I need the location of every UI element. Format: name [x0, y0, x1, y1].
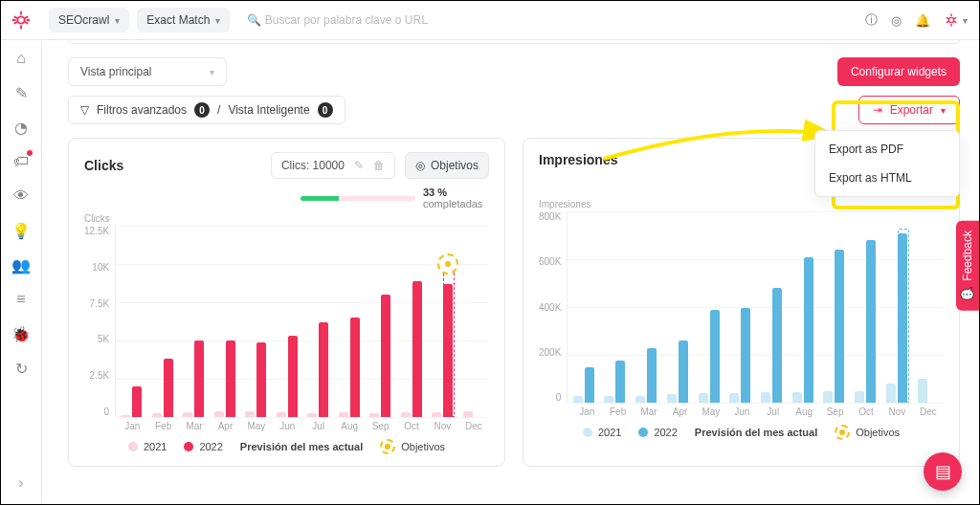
legend: 2021 2022 Previsión del mes actual Objet…	[539, 425, 944, 440]
main-content: Vista principal ▾ Configurar widgets ▽ F…	[41, 39, 979, 504]
chat-icon: 💬	[961, 287, 974, 301]
app-logo	[1, 10, 41, 31]
edit-icon[interactable]: ✎	[354, 159, 364, 172]
match-label: Exact Match	[146, 13, 210, 27]
chevron-down-icon: ▾	[941, 105, 946, 116]
export-label: Exportar	[890, 103, 933, 117]
clicks-title: Clicks	[84, 158, 123, 173]
export-icon: ⇥	[873, 103, 882, 117]
impressions-title: Impresiones	[539, 152, 617, 167]
smart-view-label: Vista Inteligente	[228, 103, 309, 117]
objectives-button[interactable]: ◎ Objetivos	[405, 152, 489, 179]
legend-2022: 2022	[199, 441, 222, 452]
chevron-down-icon: ▾	[115, 15, 120, 26]
export-menu: Export as PDF Export as HTML	[814, 130, 960, 197]
configure-widgets-button[interactable]: Configurar widgets	[837, 57, 960, 86]
workspace-label: SEOcrawl	[58, 13, 109, 27]
feedback-label: Feedback	[961, 231, 974, 281]
goal-value: Clics: 10000	[281, 159, 345, 172]
smart-view-count: 0	[318, 102, 333, 118]
legend-2022: 2022	[654, 427, 677, 438]
filter-icon: ▽	[80, 103, 89, 117]
nav-bug-icon[interactable]: 🐞	[11, 324, 31, 343]
legend-forecast: Previsión del mes actual	[240, 441, 363, 452]
search-placeholder: Buscar por palabra clave o URL	[265, 13, 428, 27]
export-html-item[interactable]: Export as HTML	[815, 164, 959, 192]
nav-users-icon[interactable]: 👥	[11, 255, 31, 274]
search-icon: 🔍	[247, 13, 261, 27]
legend-goal: Objetivos	[401, 441, 445, 452]
workspace-selector[interactable]: SEOcrawl ▾	[49, 8, 129, 33]
nav-eye-icon[interactable]: 👁	[11, 187, 31, 206]
clicks-axis-label: Clicks	[84, 213, 489, 224]
chat-icon: ▤	[935, 461, 951, 482]
panel-edge	[68, 39, 960, 44]
nav-home-icon[interactable]: ⌂	[11, 49, 31, 68]
match-selector[interactable]: Exact Match ▾	[137, 8, 230, 33]
goal-input[interactable]: Clics: 10000 ✎ 🗑	[271, 152, 395, 179]
nav-list-icon[interactable]: ≡	[11, 290, 31, 309]
bell-icon[interactable]: 🔔	[915, 13, 930, 28]
progress-bar	[301, 196, 415, 201]
svg-point-0	[17, 16, 24, 23]
impressions-axis-label: Impresiones	[539, 199, 944, 209]
objectives-label: Objetivos	[431, 159, 479, 172]
feedback-tab[interactable]: 💬 Feedback	[956, 221, 979, 311]
export-pdf-item[interactable]: Export as PDF	[815, 135, 959, 164]
compass-icon[interactable]: ◎	[891, 13, 902, 28]
nav-edit-icon[interactable]: ✎	[11, 83, 31, 102]
legend-goal: Objetivos	[856, 427, 900, 438]
clicks-card: Clicks Clics: 10000 ✎ 🗑 ◎ Objetivos 33 %…	[68, 138, 505, 467]
nav-tag-icon[interactable]: 🏷	[11, 152, 31, 171]
chevron-down-icon: ▾	[215, 15, 220, 26]
nav-collapse-icon[interactable]: ›	[11, 473, 31, 493]
legend-2021: 2021	[598, 427, 621, 438]
svg-point-1	[948, 17, 953, 22]
legend: 2021 2022 Previsión del mes actual Objet…	[84, 439, 489, 454]
view-selector[interactable]: Vista principal ▾	[68, 57, 227, 86]
filters-bar[interactable]: ▽ Filtros avanzados 0 / Vista Inteligent…	[68, 96, 345, 124]
nav-history-icon[interactable]: ↻	[11, 359, 31, 378]
impressions-chart: 800K600K400K200K0	[539, 211, 944, 403]
topbar: SEOcrawl ▾ Exact Match ▾ 🔍 Buscar por pa…	[1, 1, 979, 40]
chat-fab[interactable]: ▤	[924, 452, 962, 491]
account-menu[interactable]: ▾	[944, 12, 968, 28]
trash-icon[interactable]: 🗑	[373, 159, 385, 172]
legend-forecast: Previsión del mes actual	[695, 427, 817, 438]
export-button[interactable]: ⇥ Exportar ▾	[858, 96, 960, 124]
target-icon: ◎	[415, 159, 425, 172]
search-input[interactable]: 🔍 Buscar por palabra clave o URL	[237, 13, 427, 27]
divider: /	[217, 103, 220, 117]
nav-bulb-icon[interactable]: 💡	[11, 221, 31, 240]
progress-text: 33 % completadas	[423, 187, 489, 209]
chevron-down-icon: ▾	[963, 15, 968, 26]
nav-dashboard-icon[interactable]: ◔	[11, 118, 31, 137]
clicks-chart: 12.5K10K7.5K5K2.5K0	[84, 226, 489, 417]
view-label: Vista principal	[80, 65, 151, 78]
filters-count: 0	[194, 102, 210, 118]
filters-label: Filtros avanzados	[97, 103, 187, 117]
left-nav: ⌂ ✎ ◔ 🏷 👁 💡 👥 ≡ 🐞 ↻ ›	[1, 39, 42, 504]
legend-2021: 2021	[144, 441, 167, 452]
help-icon[interactable]: ⓘ	[865, 11, 878, 29]
chevron-down-icon: ▾	[210, 67, 214, 77]
